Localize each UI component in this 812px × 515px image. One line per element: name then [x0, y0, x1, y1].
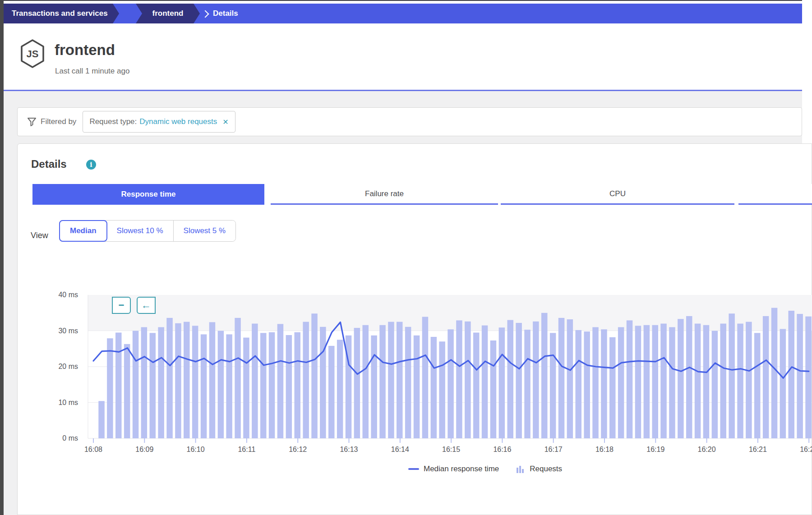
tab-label: CPU — [609, 189, 626, 198]
svg-text:16:16: 16:16 — [493, 446, 511, 453]
zoom-out-button[interactable]: − — [112, 297, 131, 314]
legend-label: Median response time — [424, 464, 499, 474]
response-time-chart[interactable]: 16:0816:0916:1016:1116:1216:1316:1416:15… — [45, 287, 812, 458]
svg-text:16:21: 16:21 — [749, 446, 767, 453]
breadcrumb-frontend[interactable]: frontend — [136, 4, 200, 23]
svg-text:16:12: 16:12 — [289, 446, 307, 453]
view-slowest-10-button[interactable]: Slowest 10 % — [107, 221, 174, 241]
filter-chip-value[interactable]: Dynamic web requests — [139, 117, 217, 126]
tab-label: Failure rate — [365, 189, 404, 198]
chart-legend: Median response time Requests — [408, 464, 562, 474]
line-swatch-icon — [408, 468, 419, 470]
legend-median-response-time[interactable]: Median response time — [408, 464, 499, 474]
bars-swatch-icon — [516, 465, 525, 473]
breadcrumb-label: frontend — [152, 9, 184, 18]
tab-partial[interactable] — [738, 184, 812, 205]
tab-response-time[interactable]: Response time — [32, 184, 264, 205]
breadcrumb: Transactions and services frontend Detai… — [4, 4, 802, 23]
svg-text:16:13: 16:13 — [340, 446, 358, 453]
svg-text:20 ms: 20 ms — [58, 363, 78, 370]
svg-text:0 ms: 0 ms — [62, 434, 78, 442]
page-title: frontend — [55, 41, 115, 59]
breadcrumb-transactions-and-services[interactable]: Transactions and services — [4, 4, 119, 23]
legend-requests[interactable]: Requests — [516, 464, 562, 474]
tab-label: Response time — [121, 190, 176, 199]
window-top-edge — [4, 0, 802, 1]
window-left-edge — [0, 0, 4, 515]
svg-text:16:11: 16:11 — [238, 446, 255, 453]
svg-text:16:15: 16:15 — [442, 446, 460, 453]
svg-text:16:08: 16:08 — [84, 446, 102, 453]
pan-left-button[interactable]: ← — [137, 297, 156, 314]
details-heading: Details — [31, 158, 67, 170]
svg-text:16:17: 16:17 — [544, 446, 563, 453]
last-call-status: Last call 1 minute ago — [55, 67, 129, 76]
svg-text:16:09: 16:09 — [135, 446, 153, 453]
svg-text:16:20: 16:20 — [698, 446, 716, 453]
svg-text:16:10: 16:10 — [187, 446, 205, 453]
remove-filter-icon[interactable]: ✕ — [222, 118, 228, 126]
filter-chip-key: Request type: — [89, 117, 137, 126]
service-details-page: Transactions and services frontend Detai… — [0, 0, 812, 515]
chevron-right-icon — [202, 10, 209, 18]
right-gutter — [802, 0, 812, 143]
svg-text:16:19: 16:19 — [646, 446, 664, 453]
filtered-by-label: Filtered by — [41, 117, 76, 126]
legend-label: Requests — [530, 464, 562, 474]
tab-cpu[interactable]: CPU — [501, 184, 734, 205]
svg-text:16:14: 16:14 — [391, 446, 409, 453]
tab-failure-rate[interactable]: Failure rate — [271, 184, 498, 205]
svg-text:16:18: 16:18 — [595, 446, 614, 453]
filter-bar: Filtered by Request type: Dynamic web re… — [17, 107, 802, 136]
view-slowest-5-button[interactable]: Slowest 5 % — [174, 221, 236, 241]
breadcrumb-label: Transactions and services — [12, 9, 108, 18]
filter-funnel-icon — [28, 118, 36, 126]
view-median-button[interactable]: Median — [59, 220, 107, 242]
view-switcher: Median Slowest 10 % Slowest 5 % — [59, 220, 236, 242]
svg-text:16:22: 16:22 — [800, 446, 812, 453]
breadcrumb-details[interactable]: Details — [213, 4, 238, 23]
breadcrumb-label: Details — [213, 9, 238, 18]
nodejs-icon: JS — [20, 39, 45, 69]
info-icon[interactable]: i — [86, 160, 96, 170]
view-label: View — [31, 231, 48, 240]
svg-text:10 ms: 10 ms — [58, 399, 78, 406]
svg-text:40 ms: 40 ms — [58, 291, 78, 299]
svg-text:30 ms: 30 ms — [58, 327, 78, 335]
filter-chip-request-type[interactable]: Request type: Dynamic web requests ✕ — [83, 111, 235, 133]
svg-text:JS: JS — [27, 48, 39, 60]
